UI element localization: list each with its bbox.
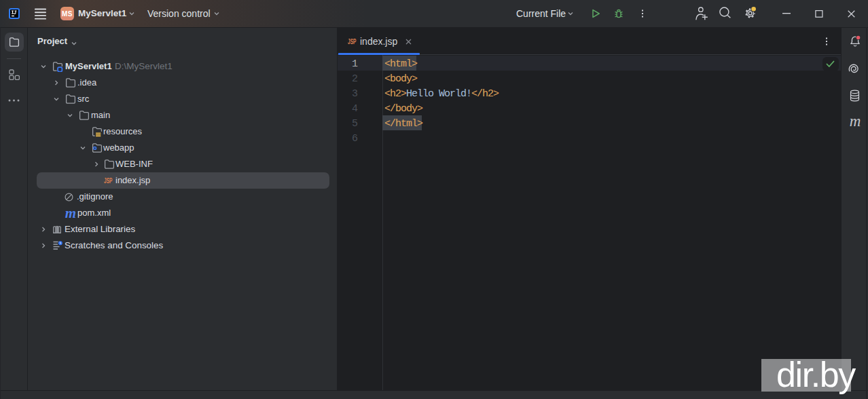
svg-text:JSP: JSP [348, 38, 357, 45]
svg-text:JSP: JSP [104, 177, 113, 184]
